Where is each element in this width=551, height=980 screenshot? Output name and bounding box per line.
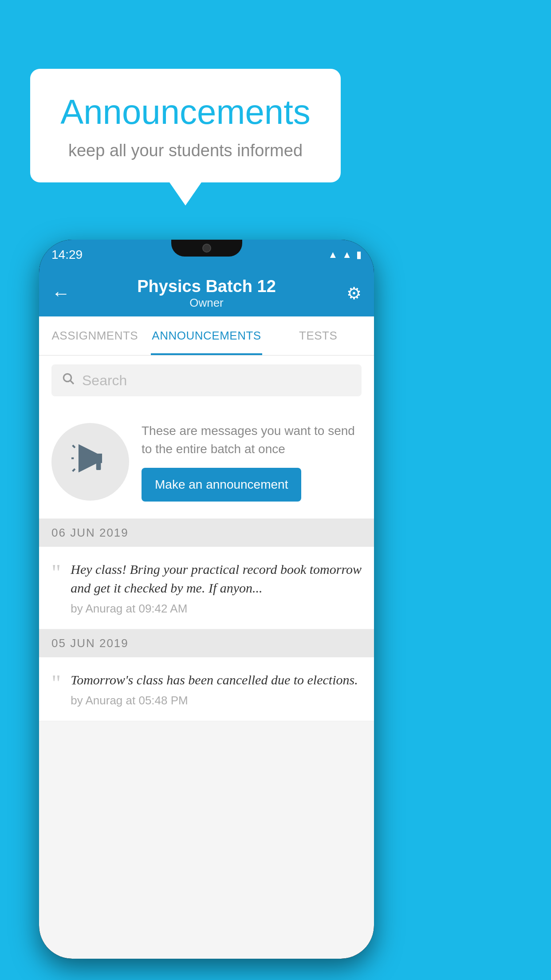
search-bar: Search — [39, 356, 374, 405]
status-time: 14:29 — [51, 248, 83, 262]
svg-line-2 — [73, 445, 75, 447]
toolbar-title-section: Physics Batch 12 Owner — [76, 277, 337, 310]
status-bar: 14:29 ▲ ▲ ▮ — [39, 240, 374, 270]
announcement-text-2: Tomorrow's class has been cancelled due … — [71, 671, 362, 689]
announcement-description: These are messages you want to send to t… — [142, 422, 362, 458]
announcement-meta-2: by Anurag at 05:48 PM — [71, 694, 362, 707]
date-separator-1: 06 JUN 2019 — [39, 519, 374, 547]
app-toolbar: ← Physics Batch 12 Owner ⚙ — [39, 270, 374, 316]
camera-notch — [202, 244, 211, 253]
search-icon — [61, 371, 75, 389]
tab-announcements[interactable]: ANNOUNCEMENTS — [151, 316, 263, 355]
phone-inner: 14:29 ▲ ▲ ▮ ← Physics Batch 12 Owner ⚙ — [39, 240, 374, 959]
svg-line-1 — [71, 381, 74, 384]
date-separator-2: 05 JUN 2019 — [39, 629, 374, 657]
quote-icon-2: " — [51, 674, 61, 693]
tab-tests[interactable]: TESTS — [262, 316, 374, 355]
announcement-content-2: Tomorrow's class has been cancelled due … — [71, 671, 362, 707]
svg-line-4 — [73, 469, 75, 471]
announcement-text-1: Hey class! Bring your practical record b… — [71, 560, 362, 597]
signal-icon: ▲ — [342, 249, 352, 261]
content-area: Search Th — [39, 356, 374, 959]
svg-rect-5 — [96, 462, 101, 470]
toolbar-title: Physics Batch 12 — [76, 277, 337, 296]
toolbar-subtitle: Owner — [76, 296, 337, 310]
speech-bubble-container: Announcements keep all your students inf… — [30, 69, 341, 182]
battery-icon: ▮ — [356, 249, 362, 261]
bubble-subtitle: keep all your students informed — [57, 141, 314, 160]
speech-bubble: Announcements keep all your students inf… — [30, 69, 341, 182]
tab-assignments[interactable]: ASSIGNMENTS — [39, 316, 151, 355]
search-placeholder: Search — [82, 372, 127, 389]
announcement-icon-circle — [51, 423, 129, 501]
megaphone-icon — [71, 439, 109, 485]
announcement-right: These are messages you want to send to t… — [142, 422, 362, 502]
svg-point-0 — [63, 374, 71, 381]
quote-icon-1: " — [51, 564, 61, 582]
phone-frame: 14:29 ▲ ▲ ▮ ← Physics Batch 12 Owner ⚙ — [39, 240, 374, 959]
search-input-container[interactable]: Search — [51, 364, 362, 396]
settings-icon[interactable]: ⚙ — [337, 284, 362, 303]
announcement-item-2[interactable]: " Tomorrow's class has been cancelled du… — [39, 657, 374, 721]
wifi-icon: ▲ — [328, 249, 338, 261]
announcement-item-1[interactable]: " Hey class! Bring your practical record… — [39, 547, 374, 629]
announcement-prompt: These are messages you want to send to t… — [39, 405, 374, 519]
make-announcement-button[interactable]: Make an announcement — [142, 468, 301, 502]
phone-notch — [171, 240, 242, 257]
announcement-meta-1: by Anurag at 09:42 AM — [71, 602, 362, 616]
back-button[interactable]: ← — [51, 283, 76, 304]
tab-bar: ASSIGNMENTS ANNOUNCEMENTS TESTS — [39, 316, 374, 356]
announcement-content-1: Hey class! Bring your practical record b… — [71, 560, 362, 616]
status-icons: ▲ ▲ ▮ — [328, 249, 362, 261]
bubble-title: Announcements — [57, 93, 314, 131]
